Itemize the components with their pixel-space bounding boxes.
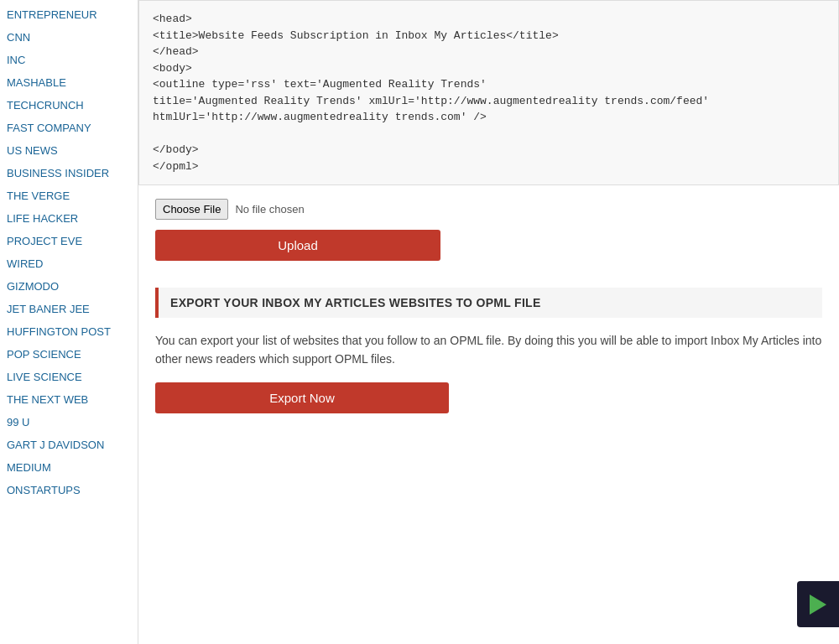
sidebar: ENTREPRENEURCNNINCMASHABLETECHCRUNCHFAST… (0, 0, 138, 644)
sidebar-item[interactable]: THE NEXT WEB (0, 388, 138, 411)
sidebar-item[interactable]: FAST COMPANY (0, 117, 138, 139)
sidebar-item[interactable]: LIVE SCIENCE (0, 366, 138, 388)
sidebar-item[interactable]: WIRED (0, 252, 138, 275)
play-store-badge[interactable] (797, 581, 839, 627)
export-description: You can export your list of websites tha… (155, 331, 822, 369)
main-content: <head> <title>Website Feeds Subscription… (138, 0, 839, 644)
upload-button[interactable]: Upload (155, 230, 440, 261)
sidebar-item[interactable]: MASHABLE (0, 71, 138, 94)
opml-code-block: <head> <title>Website Feeds Subscription… (138, 0, 839, 185)
sidebar-item[interactable]: PROJECT EVE (0, 230, 138, 252)
file-name-label: No file chosen (235, 203, 304, 216)
file-input-row: Choose File No file chosen (155, 199, 822, 220)
sidebar-item[interactable]: ONSTARTUPS (0, 479, 138, 501)
sidebar-item[interactable]: HUFFINGTON POST (0, 320, 138, 343)
sidebar-item[interactable]: 99 U (0, 411, 138, 434)
export-header: EXPORT YOUR INBOX MY ARTICLES WEBSITES T… (155, 288, 822, 318)
play-icon (810, 595, 826, 615)
sidebar-item[interactable]: CNN (0, 26, 138, 49)
sidebar-item[interactable]: THE VERGE (0, 184, 138, 207)
export-now-button[interactable]: Export Now (155, 382, 449, 413)
sidebar-item[interactable]: ENTREPRENEUR (0, 3, 138, 26)
export-header-text: EXPORT YOUR INBOX MY ARTICLES WEBSITES T… (170, 296, 541, 309)
sidebar-item[interactable]: TECHCRUNCH (0, 94, 138, 117)
sidebar-item[interactable]: MEDIUM (0, 456, 138, 479)
sidebar-item[interactable]: JET BANER JEE (0, 298, 138, 320)
sidebar-item[interactable]: US NEWS (0, 139, 138, 162)
sidebar-item[interactable]: POP SCIENCE (0, 343, 138, 366)
sidebar-item[interactable]: LIFE HACKER (0, 207, 138, 230)
sidebar-item[interactable]: GART J DAVIDSON (0, 434, 138, 456)
export-section: EXPORT YOUR INBOX MY ARTICLES WEBSITES T… (155, 288, 822, 413)
sidebar-item[interactable]: INC (0, 49, 138, 71)
sidebar-item[interactable]: GIZMODO (0, 275, 138, 298)
choose-file-button[interactable]: Choose File (155, 199, 228, 220)
import-section: Choose File No file chosen Upload (138, 185, 839, 274)
sidebar-item[interactable]: BUSINESS INSIDER (0, 162, 138, 184)
